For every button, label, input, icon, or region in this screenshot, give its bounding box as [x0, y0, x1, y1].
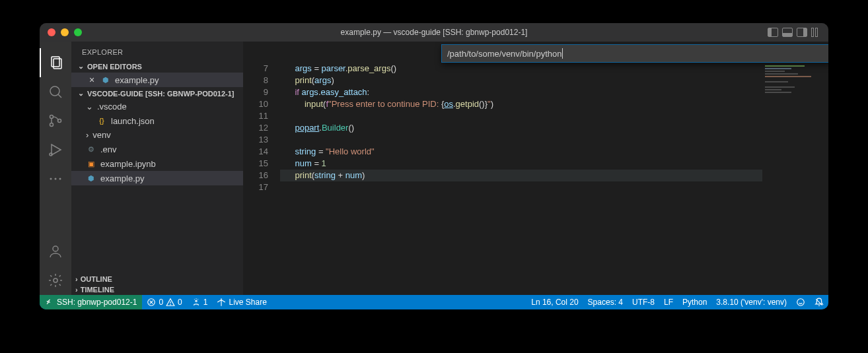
svg-point-12	[53, 246, 58, 251]
open-editors-section[interactable]: ⌄ OPEN EDITORS	[71, 60, 243, 73]
errors-count: 0	[159, 298, 163, 307]
settings-file-icon: ⚙	[86, 144, 96, 154]
window-controls	[40, 28, 82, 36]
svg-point-5	[50, 123, 54, 127]
notebook-file-icon: ▣	[86, 158, 96, 169]
text-cursor	[562, 48, 563, 59]
code-content[interactable]: args = parser.parse_args() print(args) i…	[280, 63, 762, 295]
folder-venv[interactable]: › venv	[71, 128, 243, 142]
status-bar: SSH: gbnwp-pod012-1 0 0 1 Live Share Ln …	[40, 295, 828, 309]
file-example-ipynb[interactable]: ▣ example.ipynb	[71, 156, 243, 171]
workspace-label: VSCODE-GUIDE [SSH: GBNWP-POD012-1]	[87, 90, 234, 98]
encoding-status[interactable]: UTF-8	[628, 295, 659, 309]
svg-point-2	[50, 86, 59, 96]
open-editor-filename: example.py	[115, 75, 159, 85]
liveshare-label: Live Share	[229, 298, 266, 307]
line-number: 17	[243, 181, 268, 193]
open-editor-item[interactable]: × ⬢ example.py	[71, 73, 243, 87]
customize-layout-icon[interactable]	[811, 28, 822, 37]
command-input-value: /path/to/some/venv/bin/python	[447, 49, 561, 59]
ports-status[interactable]: 1	[187, 295, 213, 309]
chevron-right-icon: ›	[86, 130, 89, 140]
line-numbers-gutter: 7 8 9 10 11 12 13 14 15 16 17	[243, 63, 280, 295]
chevron-right-icon: ›	[75, 286, 78, 294]
chevron-down-icon: ⌄	[77, 89, 85, 98]
problems-status[interactable]: 0 0	[142, 295, 186, 309]
minimize-window-button[interactable]	[61, 28, 69, 36]
file-name: launch.json	[111, 116, 155, 126]
ports-count: 1	[203, 298, 208, 307]
svg-marker-7	[52, 144, 61, 155]
line-number: 7	[243, 63, 268, 75]
cursor-position-status[interactable]: Ln 16, Col 20	[526, 295, 583, 309]
accounts-activity-icon[interactable]	[40, 237, 71, 266]
svg-point-13	[54, 278, 57, 282]
line-number: 12	[243, 122, 268, 134]
run-debug-activity-icon[interactable]	[40, 135, 71, 164]
svg-point-11	[59, 178, 61, 180]
line-number: 13	[243, 134, 268, 146]
svg-point-9	[50, 178, 52, 180]
chevron-right-icon: ›	[75, 275, 78, 283]
remote-status[interactable]: SSH: gbnwp-pod012-1	[40, 295, 142, 309]
line-number: 14	[243, 146, 268, 158]
language-status[interactable]: Python	[678, 295, 711, 309]
svg-point-8	[50, 153, 52, 156]
folder-name: .vscode	[97, 102, 127, 112]
more-activity-icon[interactable]	[40, 164, 71, 193]
outline-label: OUTLINE	[81, 275, 112, 283]
svg-point-10	[55, 178, 57, 180]
command-palette-input[interactable]: /path/to/some/venv/bin/python	[441, 44, 828, 63]
line-number: 15	[243, 158, 268, 170]
code-editor[interactable]: 7 8 9 10 11 12 13 14 15 16 17 args = par…	[243, 42, 828, 295]
line-number: 8	[243, 75, 268, 86]
explorer-activity-icon[interactable]	[40, 48, 71, 77]
settings-activity-icon[interactable]	[40, 266, 71, 295]
layout-controls	[768, 28, 822, 37]
source-control-activity-icon[interactable]	[40, 106, 71, 135]
folder-vscode[interactable]: ⌄ .vscode	[71, 100, 243, 113]
minimap[interactable]	[762, 63, 828, 295]
file-env[interactable]: ⚙ .env	[71, 142, 243, 156]
zoom-window-button[interactable]	[74, 28, 82, 36]
liveshare-status[interactable]: Live Share	[212, 295, 271, 309]
svg-point-4	[50, 115, 54, 119]
workspace-section[interactable]: ⌄ VSCODE-GUIDE [SSH: GBNWP-POD012-1]	[71, 87, 243, 100]
chevron-down-icon: ⌄	[77, 62, 85, 71]
timeline-section[interactable]: › TIMELINE	[71, 284, 243, 295]
remote-label: SSH: gbnwp-pod012-1	[57, 298, 137, 307]
main-area: EXPLORER ⌄ OPEN EDITORS × ⬢ example.py ⌄…	[40, 42, 828, 295]
svg-point-22	[196, 300, 197, 302]
close-window-button[interactable]	[48, 28, 55, 36]
editor-area: /path/to/some/venv/bin/python ⌄ ··· 7 8 …	[243, 42, 828, 295]
outline-section[interactable]: › OUTLINE	[71, 274, 243, 284]
eol-status[interactable]: LF	[659, 295, 678, 309]
notifications-icon[interactable]	[810, 295, 828, 309]
open-editors-label: OPEN EDITORS	[87, 63, 142, 71]
file-name: .env	[100, 144, 117, 154]
interpreter-status[interactable]: 3.8.10 ('venv': venv)	[711, 295, 791, 309]
chevron-down-icon: ⌄	[86, 102, 93, 112]
window-title: example.py — vscode-guide [SSH: gbnwp-po…	[341, 28, 528, 37]
folder-name: venv	[92, 130, 110, 140]
toggle-primary-sidebar-icon[interactable]	[768, 28, 778, 37]
line-number: 11	[243, 110, 268, 122]
file-name: example.py	[100, 174, 144, 183]
toggle-secondary-sidebar-icon[interactable]	[797, 28, 807, 37]
line-number: 16	[243, 170, 268, 181]
file-launch-json[interactable]: {} launch.json	[71, 113, 243, 128]
line-number: 9	[243, 86, 268, 98]
activity-bar	[40, 42, 71, 295]
toggle-panel-icon[interactable]	[782, 28, 793, 37]
svg-line-3	[58, 94, 61, 98]
indentation-status[interactable]: Spaces: 4	[583, 295, 628, 309]
vscode-window: example.py — vscode-guide [SSH: gbnwp-po…	[40, 23, 828, 309]
line-number: 10	[243, 98, 268, 110]
search-activity-icon[interactable]	[40, 77, 71, 106]
file-example-py[interactable]: ⬢ example.py	[71, 171, 243, 185]
explorer-sidebar: EXPLORER ⌄ OPEN EDITORS × ⬢ example.py ⌄…	[71, 42, 243, 295]
json-file-icon: {}	[96, 115, 107, 126]
python-file-icon: ⬢	[100, 75, 111, 85]
close-editor-icon[interactable]: ×	[87, 75, 96, 85]
feedback-icon[interactable]	[791, 295, 810, 309]
